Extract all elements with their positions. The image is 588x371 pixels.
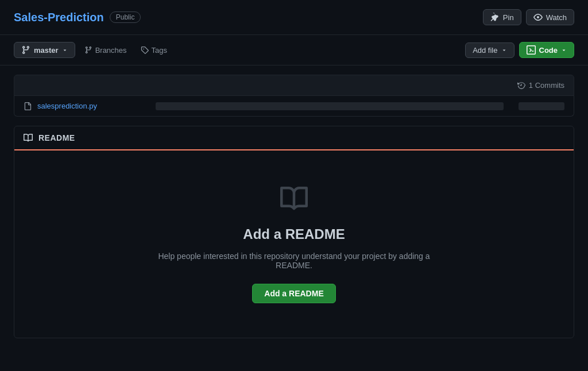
file-time-placeholder — [519, 102, 564, 110]
repo-name[interactable]: Sales-Prediction — [14, 11, 104, 24]
commits-link[interactable]: 1 Commits — [517, 81, 564, 90]
tags-label: Tags — [152, 46, 167, 55]
watch-button[interactable]: Watch — [526, 9, 574, 25]
toolbar-left: master Branches Tags — [14, 42, 172, 58]
file-commit-message-placeholder — [156, 102, 504, 110]
branches-label: Branches — [95, 46, 127, 55]
file-name[interactable]: salesprediction.py — [37, 102, 141, 110]
pin-icon — [490, 13, 500, 22]
add-file-label: Add file — [473, 46, 497, 55]
add-file-chevron-icon — [501, 47, 507, 53]
tag-icon — [141, 46, 149, 54]
readme-add-title: Add a README — [243, 226, 345, 242]
commits-count: 1 Commits — [529, 81, 564, 90]
chevron-down-icon — [62, 47, 68, 53]
tags-link[interactable]: Tags — [136, 43, 172, 57]
file-icon — [24, 102, 32, 110]
header-left: Sales-Prediction Public — [14, 11, 141, 24]
readme-section: README Add a README Help people interest… — [14, 126, 574, 338]
toolbar: master Branches Tags Add file — [0, 35, 588, 65]
readme-header: README — [14, 126, 574, 150]
pin-button[interactable]: Pin — [483, 9, 521, 25]
branches-icon — [84, 46, 92, 54]
code-chevron-icon — [561, 47, 567, 53]
readme-description: Help people interested in this repositor… — [150, 252, 438, 270]
branches-link[interactable]: Branches — [80, 43, 131, 57]
watch-label: Watch — [546, 13, 567, 22]
public-badge: Public — [110, 11, 141, 23]
code-label: Code — [539, 46, 558, 55]
commits-row: 1 Commits — [14, 75, 574, 96]
code-button[interactable]: Code — [519, 42, 575, 58]
readme-large-book-icon — [280, 185, 308, 217]
book-icon-header — [24, 133, 33, 142]
toolbar-right: Add file Code — [465, 42, 574, 58]
eye-icon — [533, 13, 543, 22]
main-content: 1 Commits salesprediction.py README Add … — [0, 65, 588, 347]
readme-title: README — [38, 133, 75, 142]
pin-label: Pin — [503, 13, 514, 22]
code-icon — [527, 45, 536, 55]
page-header: Sales-Prediction Public Pin Watch — [0, 0, 588, 35]
branch-selector[interactable]: master — [14, 42, 75, 58]
branch-icon — [21, 45, 30, 55]
file-row: salesprediction.py — [14, 96, 574, 117]
add-readme-button[interactable]: Add a README — [252, 284, 335, 303]
add-file-button[interactable]: Add file — [465, 42, 514, 58]
branch-name: master — [34, 46, 59, 55]
history-icon — [517, 82, 525, 90]
header-right: Pin Watch — [483, 9, 574, 25]
readme-body: Add a README Help people interested in t… — [14, 150, 574, 338]
